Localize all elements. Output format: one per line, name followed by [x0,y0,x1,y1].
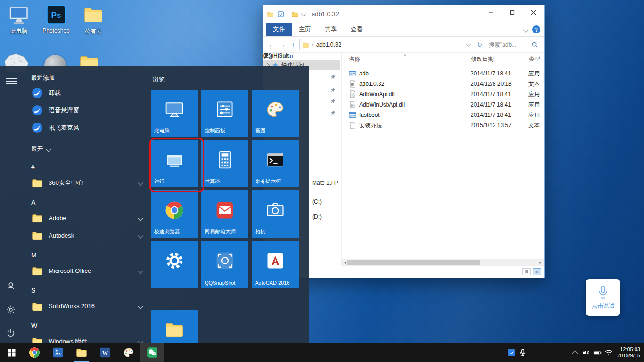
taskbar-button-wechat[interactable] [140,343,164,362]
chevron-down-icon[interactable] [46,147,51,152]
refresh-icon[interactable]: ↻ [475,41,484,49]
desktop-icon-Photoshop[interactable]: Ps Photoshop [38,4,74,35]
tile-运行[interactable]: 运行 [151,140,198,187]
taskbar-clock[interactable]: 12:05:03 2019/9/15 [614,346,644,359]
ribbon-tab-查看[interactable]: 查看 [344,23,370,36]
start-menu-item-M[interactable]: M [31,248,151,262]
tile-相机[interactable]: 相机 [252,190,299,238]
scroll-right-arrow-icon[interactable]: ► [537,261,544,265]
tile-AutoCAD 2016[interactable]: AutoCAD 2016 [252,241,299,288]
maximize-button[interactable] [502,5,523,19]
search-box[interactable] [486,39,540,50]
nav-item-(C:)[interactable]: (C:) [312,198,322,205]
nav-item-Mate 10 P[interactable]: Mate 10 P [312,180,338,186]
start-menu-item-展开[interactable]: 展开 [31,142,151,156]
column-header-修改日期[interactable]: 修改日期 [468,55,526,63]
explorer-titlebar[interactable]: adb1.0.32 [263,5,544,23]
start-menu-item-W[interactable]: W [31,319,151,333]
tile-QQSnapShot[interactable]: QQSnapShot [201,241,248,288]
file-row-安装办法[interactable]: 安装办法 2015/1/12 13:57 文本 [341,120,544,131]
taskbar-button-word[interactable]: W [93,343,117,362]
chevron-down-icon[interactable] [138,304,143,309]
voice-widget[interactable]: 点击说话 [586,279,620,316]
column-header-类型[interactable]: 类型 [526,55,544,63]
power-icon[interactable] [6,328,17,339]
start-menu-item-讯飞麦克风[interactable]: 讯飞麦克风 [31,119,151,136]
scroll-left-arrow-icon[interactable]: ◄ [341,261,348,265]
tile-网易邮箱大师[interactable]: 网易邮箱大师 [201,190,248,238]
properties-icon[interactable] [277,11,284,18]
start-menu-item-360安全中心[interactable]: 360安全中心 [31,174,151,191]
settings-gear-icon[interactable] [6,304,17,315]
file-row-adb[interactable]: adb 2014/11/7 18:41 应用 [341,68,544,79]
tile-命令提示符[interactable]: 命令提示符 [252,140,299,187]
start-menu-item-A[interactable]: A [31,195,151,209]
desktop-icon-此电脑[interactable]: 此电脑 [1,4,37,35]
taskbar-button-app2[interactable] [46,343,70,362]
start-tile[interactable] [151,241,198,288]
close-button[interactable] [523,5,544,19]
tile-控制面板[interactable]: 控制面板 [201,90,248,137]
back-arrow-icon[interactable]: ← [267,41,276,49]
chevron-down-icon[interactable] [138,180,143,185]
start-button[interactable] [0,343,23,362]
start-menu-item-Windows 附件[interactable]: Windows 附件 [31,333,151,343]
start-menu-item-卸载[interactable]: 卸载 [31,84,151,101]
scrollbar-thumb[interactable] [347,260,480,265]
desktop-icon-公有云[interactable]: 公有云 [75,4,111,35]
user-avatar-icon[interactable] [6,280,17,292]
new-folder-icon[interactable] [291,11,298,18]
tile-画图[interactable]: 画图 [252,90,299,137]
ribbon-tab-文件[interactable]: 文件 [266,23,292,36]
qat-chevron-down-icon[interactable] [301,11,306,16]
chevron-down-icon[interactable] [138,268,143,273]
search-input[interactable] [488,41,531,49]
tile-234FD...[interactable]: 234FD... [151,310,198,343]
file-row-AdbWinApi.dll[interactable]: AdbWinApi.dll 2014/11/7 18:41 应用 [341,89,544,99]
chevron-down-icon[interactable] [138,233,143,238]
nav-item-D:)[interactable]: D:) [263,52,271,59]
taskbar-button-chrome[interactable] [23,343,46,362]
ribbon-tab-共享[interactable]: 共享 [318,23,344,36]
file-row-adb1.0.32[interactable]: adb1.0.32 2014/12/8 20:18 文本 [341,79,544,89]
caption-buttons [480,5,544,19]
chevron-down-icon[interactable] [138,339,143,343]
taskbar-button-paint[interactable] [117,343,140,362]
start-menu-item-语音悬浮窗[interactable]: 语音悬浮窗 [31,101,151,119]
ribbon-collapse-chevron-icon[interactable] [523,27,528,32]
nav-item-(D:)[interactable]: (D:) [312,214,322,220]
horizontal-scrollbar[interactable]: ◄ ► [341,259,544,266]
tile-计算器[interactable]: 计算器 [201,140,248,187]
tile-此电脑[interactable]: 此电脑 [151,90,198,137]
start-menu-item-SolidWorks 2016[interactable]: SolidWorks 2016 [31,297,151,315]
network-icon[interactable] [603,347,614,358]
start-menu-item-Adobe[interactable]: Adobe [31,209,151,227]
volume-icon[interactable] [580,347,592,358]
up-arrow-icon[interactable]: ↑ [289,41,298,49]
start-menu-item-#[interactable]: # [31,160,151,174]
large-icons-view-icon[interactable]: ▦ [533,268,541,275]
forward-arrow-icon[interactable]: → [278,41,287,49]
start-menu-item-最近添加[interactable]: 最近添加 [31,74,151,82]
ribbon-tab-主页[interactable]: 主页 [292,23,318,36]
start-menu-item-S[interactable]: S [31,283,151,297]
start-menu-item-Autodesk[interactable]: Autodesk [31,227,151,244]
details-view-icon[interactable]: ☰ [522,268,531,275]
breadcrumb[interactable]: adb1.0.32 [316,41,341,48]
start-menu-item-Microsoft Office[interactable]: Microsoft Office [31,262,151,280]
hamburger-menu-icon[interactable] [6,75,17,87]
minimize-button[interactable] [480,5,502,19]
microphone-tray-icon[interactable] [517,347,528,358]
address-field[interactable]: › adb1.0.32 [299,39,473,50]
chevron-down-icon[interactable] [138,215,143,221]
battery-icon[interactable] [592,347,603,358]
file-row-AdbWinUsbApi.dll[interactable]: AdbWinUsbApi.dll 2014/11/7 18:41 应用 [341,99,544,110]
address-folder-icon [302,41,309,48]
tile-极速浏览器[interactable]: 极速浏览器 [151,190,198,238]
file-row-fastboot[interactable]: fastboot 2014/11/7 18:41 应用 [341,110,544,120]
voice-input-tray-icon[interactable] [506,347,517,358]
help-icon[interactable]: ? [532,25,540,33]
taskbar-button-explorer[interactable] [70,343,93,362]
address-dropdown-chevron-icon[interactable] [466,42,471,47]
show-hidden-icons-chevron[interactable] [569,347,580,358]
